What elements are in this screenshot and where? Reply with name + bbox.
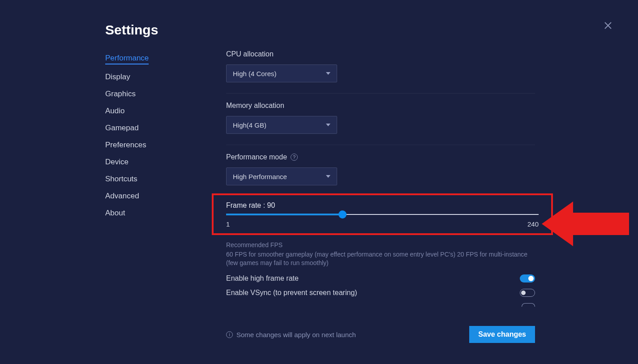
cpu-allocation-select[interactable]: High (4 Cores) bbox=[226, 64, 337, 82]
save-button[interactable]: Save changes bbox=[469, 326, 535, 343]
sidebar-item-preferences[interactable]: Preferences bbox=[105, 141, 146, 150]
framerate-highlight-box: Frame rate : 90 1 240 bbox=[212, 193, 553, 235]
slider-fill bbox=[226, 214, 343, 215]
page-title: Settings bbox=[105, 22, 158, 38]
annotation-arrow-icon bbox=[542, 197, 631, 251]
cpu-allocation-label: CPU allocation bbox=[226, 50, 535, 58]
sidebar-item-display[interactable]: Display bbox=[105, 73, 130, 81]
sidebar-item-advanced[interactable]: Advanced bbox=[105, 192, 139, 201]
caret-down-icon bbox=[326, 72, 330, 75]
sidebar-item-shortcuts[interactable]: Shortcuts bbox=[105, 175, 137, 184]
framerate-value: 90 bbox=[267, 201, 275, 209]
sidebar-item-about[interactable]: About bbox=[105, 209, 125, 218]
performance-mode-select[interactable]: High Performance bbox=[226, 167, 337, 185]
sidebar-item-audio[interactable]: Audio bbox=[105, 107, 124, 116]
settings-panel: CPU allocation High (4 Cores) Memory all… bbox=[226, 50, 535, 307]
framerate-min: 1 bbox=[226, 220, 230, 228]
framerate-max: 240 bbox=[527, 220, 539, 228]
high-framerate-toggle-label: Enable high frame rate bbox=[226, 274, 299, 283]
vsync-toggle-label: Enable VSync (to prevent screen tearing) bbox=[226, 289, 357, 297]
slider-thumb[interactable] bbox=[338, 210, 347, 218]
framerate-label: Frame rate : 90 bbox=[226, 201, 539, 210]
sidebar-item-graphics[interactable]: Graphics bbox=[105, 90, 136, 98]
toggle-knob bbox=[528, 276, 534, 281]
sidebar-item-gamepad[interactable]: Gamepad bbox=[105, 124, 139, 133]
memory-allocation-label: Memory allocation bbox=[226, 102, 535, 110]
high-framerate-toggle[interactable] bbox=[520, 274, 535, 283]
fps-hint-body: 60 FPS for smoother gameplay (may effect… bbox=[226, 250, 535, 267]
caret-down-icon bbox=[326, 124, 330, 126]
toggle-knob bbox=[521, 291, 526, 295]
memory-allocation-value: High(4 GB) bbox=[233, 121, 266, 129]
performance-mode-label: Performance mode bbox=[226, 153, 287, 161]
settings-sidebar: Performance Display Graphics Audio Gamep… bbox=[105, 54, 195, 218]
svg-marker-2 bbox=[542, 201, 629, 246]
memory-allocation-select[interactable]: High(4 GB) bbox=[226, 116, 337, 134]
framerate-label-prefix: Frame rate : bbox=[226, 201, 267, 209]
cpu-allocation-value: High (4 Cores) bbox=[233, 70, 277, 77]
caret-down-icon bbox=[326, 175, 330, 178]
framerate-slider[interactable] bbox=[226, 214, 539, 215]
footer-note-text: Some changes will apply on next launch bbox=[236, 331, 356, 338]
vsync-toggle[interactable] bbox=[520, 289, 535, 297]
close-button[interactable] bbox=[603, 20, 613, 31]
info-icon: i bbox=[226, 331, 233, 338]
performance-mode-value: High Performance bbox=[233, 173, 287, 180]
help-icon[interactable]: ? bbox=[291, 154, 298, 161]
clipped-toggle bbox=[522, 303, 535, 307]
close-icon bbox=[603, 20, 613, 31]
sidebar-item-performance[interactable]: Performance bbox=[105, 54, 149, 64]
sidebar-item-device[interactable]: Device bbox=[105, 158, 128, 167]
fps-hint-title: Recommended FPS bbox=[226, 241, 535, 248]
